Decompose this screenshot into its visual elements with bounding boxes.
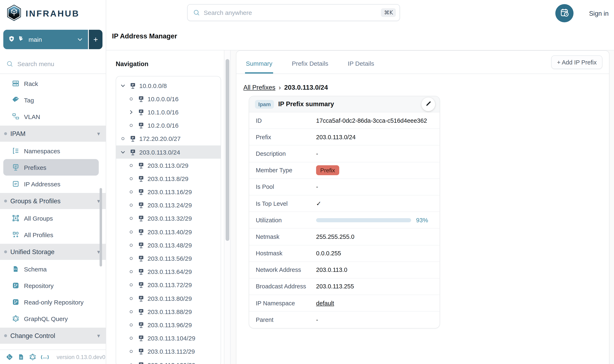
summary-row-prefix: Prefix203.0.113.0/24 [249, 129, 440, 145]
sidebar-item-namespaces[interactable]: Namespaces [0, 143, 106, 159]
sign-in-button[interactable]: Sign in [589, 10, 609, 17]
tree-item-203-0-113-64-29[interactable]: IP203.0.113.64/29 [116, 265, 221, 278]
summary-row-label: Is Top Level [256, 200, 316, 207]
summary-row-value: Prefix [316, 165, 339, 175]
sidebar-item-label: All Groups [24, 215, 53, 222]
logo[interactable]: INFRAHUB [0, 0, 106, 27]
summary-row-value: 203.0.113.0 [316, 267, 347, 273]
topbar: ⌘K Sign in IP Address Manager [106, 0, 614, 51]
tab-prefix-details[interactable]: Prefix Details [291, 60, 329, 74]
tree-item-10-1-0-0-16[interactable]: IP10.1.0.0/16 [116, 105, 221, 119]
sidebar-item-repository[interactable]: Repository [0, 277, 106, 294]
prefix-tree: IP10.0.0.0/8IP10.0.0.0/16IP10.1.0.0/16IP… [116, 76, 221, 364]
git-diamond-icon[interactable] [6, 353, 13, 361]
sidebar-item-tag[interactable]: Tag [0, 92, 106, 108]
sidebar-group-groups-profiles[interactable]: Groups & Profiles▼ [0, 193, 106, 209]
tree-item-203-0-113-8-29[interactable]: IP203.0.113.8/29 [116, 172, 221, 185]
tab-ip-details[interactable]: IP Details [347, 60, 375, 74]
sidebar-item-all-groups[interactable]: All Groups [0, 210, 106, 226]
ip-sign-icon: IP [12, 164, 19, 171]
sidebar-group-ipam[interactable]: IPAM▼ [0, 126, 106, 142]
sidebar-item-rack[interactable]: Rack [0, 75, 106, 92]
search-icon [193, 9, 200, 16]
graphql-icon[interactable] [29, 353, 36, 361]
branch-select-button[interactable]: main [3, 30, 88, 49]
leaf-bullet-icon [128, 350, 135, 353]
svg-text:IP: IP [140, 349, 142, 352]
navigation-scrollbar-thumb[interactable] [226, 59, 229, 241]
tree-item-10-0-0-0-16[interactable]: IP10.0.0.0/16 [116, 92, 221, 105]
summary-row-network-address: Network Address203.0.113.0 [249, 262, 440, 278]
tree-item-10-2-0-0-16[interactable]: IP10.2.0.0/16 [116, 119, 221, 132]
summary-row-id: ID17cca5af-0dc2-86da-3cca-c516d4eee362 [249, 112, 440, 129]
braces-icon[interactable]: {…} [41, 353, 49, 361]
sidebar-item-all-profiles[interactable]: All Profiles [0, 226, 106, 243]
leaf-bullet-icon [128, 217, 135, 220]
sidebar-item-prefixes[interactable]: IPPrefixes [3, 159, 99, 176]
tree-item-172-20-20-0-27[interactable]: IP172.20.20.0/27 [116, 132, 221, 145]
branch-name: main [28, 36, 42, 43]
add-branch-button[interactable]: + [88, 30, 103, 49]
tree-item-10-0-0-0-8[interactable]: IP10.0.0.0/8 [116, 79, 221, 92]
sidebar-scrollbar[interactable] [100, 188, 102, 266]
tree-item-203-0-113-104-29[interactable]: IP203.0.113.104/29 [116, 332, 221, 345]
tree-item-203-0-113-88-29[interactable]: IP203.0.113.88/29 [116, 305, 221, 318]
tree-item-203-0-113-56-29[interactable]: IP203.0.113.56/29 [116, 252, 221, 265]
chevron-right-icon[interactable] [128, 109, 135, 115]
summary-card-title: IP Prefix summary [278, 100, 334, 108]
ip-prefix-icon: IP [138, 162, 145, 169]
schedule-button[interactable] [555, 4, 574, 22]
summary-row-utilization: Utilization93% [249, 212, 440, 229]
sidebar-item-graphql-query[interactable]: GraphQL Query [0, 310, 106, 327]
sidebar-group-change-control[interactable]: Change Control▼ [0, 328, 106, 344]
shortcut-badge: ⌘K [381, 8, 396, 17]
sidebar-item-ip-addresses[interactable]: IPIP Addresses [0, 176, 106, 192]
sidebar-group-label: Groups & Profiles [10, 197, 61, 205]
svg-text:IP: IP [140, 230, 142, 232]
summary-row-value: 203.0.113.0/24 [316, 134, 355, 141]
sidebar-group-unified-storage[interactable]: Unified Storage▼ [0, 244, 106, 260]
tree-item-203-0-113-48-29[interactable]: IP203.0.113.48/29 [116, 239, 221, 252]
tree-item-203-0-113-24-29[interactable]: IP203.0.113.24/29 [116, 198, 221, 212]
svg-text:{…}: {…} [41, 355, 49, 359]
global-search-input[interactable] [204, 9, 378, 16]
leaf-bullet-icon [128, 124, 135, 127]
repo-icon [12, 298, 19, 306]
tree-item-203-0-113-96-29[interactable]: IP203.0.113.96/29 [116, 318, 221, 332]
edit-button[interactable] [421, 98, 435, 111]
tree-item-203-0-113-72-29[interactable]: IP203.0.113.72/29 [116, 278, 221, 292]
doc-file-icon[interactable] [18, 353, 24, 361]
vlan-icon [12, 113, 19, 120]
chevron-down-icon[interactable] [119, 83, 126, 88]
sidebar-item-read-only-repository[interactable]: Read-only Repository [0, 294, 106, 310]
tree-item-203-0-113-0-24[interactable]: IP203.0.113.0/24 [116, 145, 221, 159]
sidebar-item-schema[interactable]: Schema [0, 261, 106, 277]
svg-text:IP: IP [140, 270, 142, 272]
tree-item-203-0-113-80-29[interactable]: IP203.0.113.80/29 [116, 292, 221, 305]
tree-item-label: 203.0.113.16/29 [147, 188, 192, 195]
summary-row-label: Broadcast Address [256, 283, 316, 290]
summary-row-value: 0.0.0.255 [316, 250, 341, 257]
sidebar-item-vlan[interactable]: VLAN [0, 108, 106, 125]
tree-item-203-0-113-40-29[interactable]: IP203.0.113.40/29 [116, 225, 221, 238]
svg-text:IP: IP [140, 310, 142, 312]
breadcrumb-all-prefixes-link[interactable]: All Prefixes [243, 84, 275, 91]
tree-item-203-0-113-0-29[interactable]: IP203.0.113.0/29 [116, 159, 221, 172]
namespace-link[interactable]: default [316, 300, 334, 306]
tree-item-203-0-113-16-29[interactable]: IP203.0.113.16/29 [116, 185, 221, 198]
namespaces-icon [12, 147, 19, 155]
chevron-down-icon[interactable] [119, 149, 126, 155]
sidebar-search-input[interactable] [17, 60, 100, 67]
tree-item-203-0-113-120-29[interactable]: IP203.0.113.120/29 [116, 358, 221, 364]
page-title: IP Address Manager [112, 32, 177, 40]
tab-summary[interactable]: Summary [245, 60, 273, 74]
pencil-icon [425, 100, 431, 108]
navigation-scrollbar-track [224, 51, 231, 364]
tree-item-label: 203.0.113.104/29 [147, 335, 195, 342]
add-ip-prefix-button[interactable]: + Add IP Prefix [551, 55, 602, 69]
tree-item-203-0-113-112-29[interactable]: IP203.0.113.112/29 [116, 345, 221, 358]
svg-text:IP: IP [140, 363, 142, 364]
summary-row-ip-namespace: IP Namespacedefault [249, 295, 440, 312]
tree-item-203-0-113-32-29[interactable]: IP203.0.113.32/29 [116, 212, 221, 225]
breadcrumb-separator: › [279, 84, 281, 91]
